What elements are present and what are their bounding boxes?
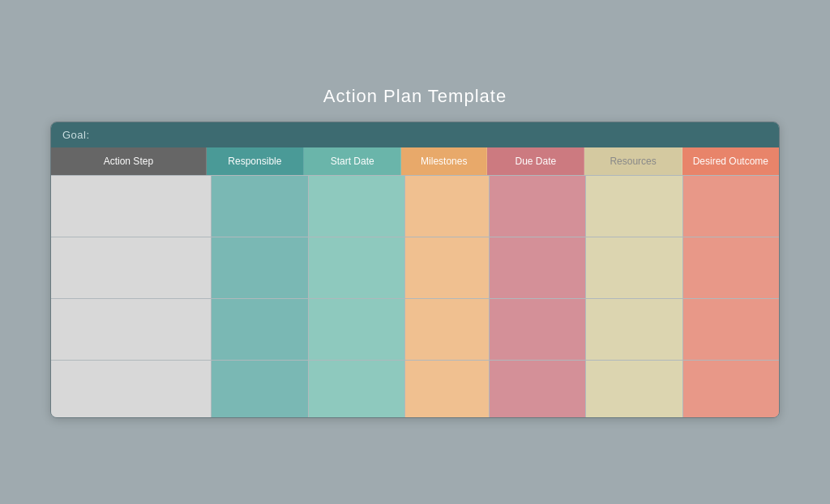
cell-action-3[interactable] [51,299,212,360]
cell-startdate-4[interactable] [309,361,405,417]
table-row [51,237,779,298]
cell-milestones-4[interactable] [405,361,490,417]
table-row [51,175,779,237]
goal-bar: Goal: [51,122,779,147]
table-body [51,175,779,417]
header-milestones: Milestones [401,147,487,175]
cell-responsible-3[interactable] [212,299,308,360]
header-desired: Desired Outcome [682,147,779,175]
cell-startdate-3[interactable] [309,299,405,360]
page-title: Action Plan Template [323,86,507,107]
cell-startdate-1[interactable] [309,176,405,237]
cell-resources-2[interactable] [586,237,682,298]
cell-desired-3[interactable] [683,299,779,360]
header-responsible: Responsible [207,147,304,175]
cell-startdate-2[interactable] [309,237,405,298]
cell-action-2[interactable] [51,237,212,298]
cell-desired-4[interactable] [683,361,779,417]
cell-resources-4[interactable] [586,361,682,417]
cell-desired-2[interactable] [683,237,779,298]
table-row [51,360,779,417]
header-duedate: Due Date [487,147,584,175]
header-startdate: Start Date [304,147,401,175]
cell-milestones-3[interactable] [405,299,490,360]
cell-duedate-4[interactable] [490,361,586,417]
header-action: Action Step [51,147,207,175]
cell-desired-1[interactable] [683,176,779,237]
cell-responsible-4[interactable] [212,361,308,417]
cell-duedate-2[interactable] [490,237,586,298]
header-resources: Resources [584,147,682,175]
cell-resources-1[interactable] [586,176,682,237]
table-row [51,298,779,360]
goal-label: Goal: [62,129,90,141]
cell-responsible-1[interactable] [212,176,308,237]
cell-milestones-2[interactable] [405,237,490,298]
action-plan-table: Goal: Action Step Responsible Start Date… [50,122,780,418]
table-header: Action Step Responsible Start Date Miles… [51,147,779,175]
cell-duedate-3[interactable] [490,299,586,360]
cell-milestones-1[interactable] [405,176,490,237]
cell-action-1[interactable] [51,176,212,237]
cell-duedate-1[interactable] [490,176,586,237]
cell-action-4[interactable] [51,361,212,417]
cell-responsible-2[interactable] [212,237,308,298]
cell-resources-3[interactable] [586,299,682,360]
